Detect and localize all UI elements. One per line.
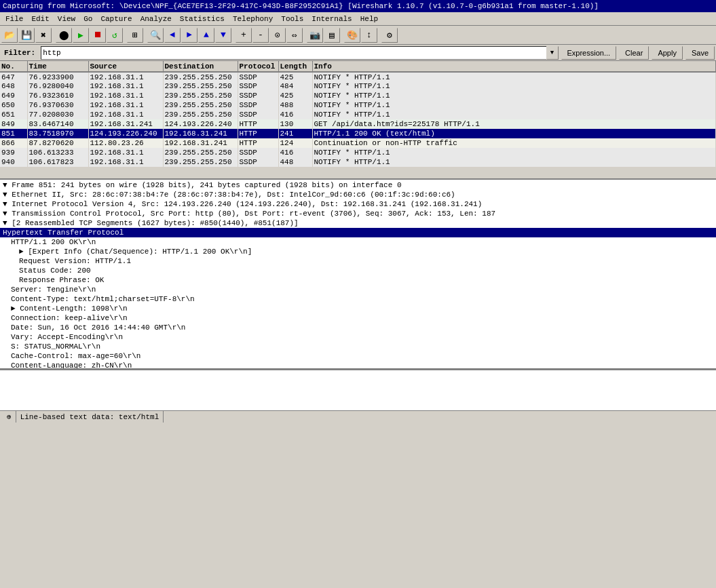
toolbar-prefs-button[interactable]: ⚙ (381, 28, 398, 43)
table-cell: SSDP (238, 91, 278, 100)
menu-item-internals[interactable]: Internals (307, 14, 356, 24)
filter-label: Filter: (1, 49, 38, 57)
menu-item-analyze[interactable]: Analyze (136, 14, 176, 24)
table-row[interactable]: 86687.8270620112.80.23.26192.168.31.241H… (0, 138, 716, 148)
col-time: Time (27, 61, 88, 72)
filter-dropdown-button[interactable]: ▼ (546, 46, 559, 60)
table-cell: SSDP (238, 148, 278, 157)
table-cell: 648 (0, 81, 27, 91)
detail-row: Cache-Control: max-age=60\r\n (0, 351, 716, 361)
table-cell: NOTIFY * HTTP/1.1 (312, 148, 716, 157)
status-bar: ⊕ Line-based text data: text/html (0, 410, 716, 423)
table-cell: 425 (278, 91, 312, 100)
toolbar-save-button[interactable]: 💾 (18, 28, 35, 43)
menu-item-help[interactable]: Help (356, 14, 382, 24)
table-cell: 448 (278, 157, 312, 167)
apply-button[interactable]: Apply (652, 46, 683, 60)
table-row[interactable]: 939106.613233192.168.31.1239.255.255.250… (0, 148, 716, 157)
filter-input[interactable] (41, 46, 558, 60)
packet-table-wrap[interactable]: No. Time Source Destination Protocol Len… (0, 61, 716, 180)
table-cell: 484 (278, 81, 312, 91)
toolbar-last-pkt-button[interactable]: ▼ (215, 28, 231, 43)
table-cell: SSDP (238, 100, 278, 110)
table-cell: 239.255.255.250 (163, 100, 238, 110)
table-header-row: No. Time Source Destination Protocol Len… (0, 61, 716, 72)
detail-row[interactable]: ▼ Ethernet II, Src: 28:6c:07:38:b4:7e (2… (0, 190, 716, 199)
toolbar-zoom-fit-button[interactable]: ⇔ (286, 28, 303, 43)
table-row[interactable]: 64776.9233900192.168.31.1239.255.255.250… (0, 72, 716, 81)
table-row[interactable]: 65076.9370630192.168.31.1239.255.255.250… (0, 100, 716, 110)
toolbar-next-pkt-button[interactable]: ► (181, 28, 197, 43)
menu-item-tools[interactable]: Tools (277, 14, 307, 24)
toolbar-prev-pkt-button[interactable]: ◄ (164, 28, 181, 43)
detail-row: Request Version: HTTP/1.1 (0, 256, 716, 266)
toolbar-close-button[interactable]: ✖ (35, 28, 52, 43)
toolbar-start-button[interactable]: ▶ (73, 28, 89, 43)
table-row[interactable]: 64876.9280040192.168.31.1239.255.255.250… (0, 81, 716, 91)
table-cell: 239.255.255.250 (163, 81, 238, 91)
table-cell: 192.168.31.1 (88, 157, 163, 167)
toolbar-open-button[interactable]: 📂 (1, 28, 18, 43)
menu-item-statistics[interactable]: Statistics (176, 14, 229, 24)
toolbar-zoom-norm-button[interactable]: ⊙ (269, 28, 286, 43)
detail-row: Vary: Accept-Encoding\r\n (0, 332, 716, 342)
menu-item-view[interactable]: View (54, 14, 79, 24)
toolbar-screenshot-button[interactable]: 📷 (307, 28, 323, 43)
col-no: No. (0, 61, 27, 72)
table-cell: HTTP (238, 119, 278, 129)
table-cell: 192.168.31.241 (163, 138, 238, 148)
table-cell: 488 (278, 100, 312, 110)
packet-details[interactable]: ▼ Frame 851: 241 bytes on wire (1928 bit… (0, 180, 716, 370)
filter-input-wrap: ▼ (41, 46, 558, 60)
table-row[interactable]: 84983.6467140192.168.31.241124.193.226.2… (0, 119, 716, 129)
detail-row[interactable]: ► [Expert Info (Chat/Sequence): HTTP/1.1… (0, 247, 716, 256)
toolbar-cap-options-button[interactable]: ⬤ (56, 28, 72, 43)
table-row[interactable]: 65177.0208030192.168.31.1239.255.255.250… (0, 110, 716, 119)
col-length: Length (278, 61, 312, 72)
table-cell: HTTP/1.1 200 OK (text/html) (312, 129, 716, 138)
expression-button[interactable]: Expression... (561, 46, 617, 60)
clear-button[interactable]: Clear (619, 46, 649, 60)
toolbar-find-pkt-button[interactable]: 🔍 (147, 28, 164, 43)
toolbar-annotate-button[interactable]: ▤ (324, 28, 340, 43)
save-button[interactable]: Save (685, 46, 715, 60)
table-cell: 76.9233900 (27, 72, 88, 81)
menu-item-file[interactable]: File (1, 14, 27, 24)
status-text-section: Line-based text data: text/html (16, 411, 164, 423)
table-row[interactable]: 64976.9323610192.168.31.1239.255.255.250… (0, 91, 716, 100)
toolbar-zoom-in-button[interactable]: + (235, 28, 252, 43)
detail-row[interactable]: ► Content-Length: 1098\r\n (0, 304, 716, 313)
table-cell: 124 (278, 138, 312, 148)
table-row[interactable]: 85183.7518970124.193.226.240192.168.31.2… (0, 129, 716, 138)
toolbar-first-pkt-button[interactable]: ▲ (198, 28, 214, 43)
menu-item-go[interactable]: Go (79, 14, 96, 24)
detail-row: Server: Tengine\r\n (0, 285, 716, 294)
detail-row[interactable]: ▼ Internet Protocol Version 4, Src: 124.… (0, 199, 716, 209)
table-cell: GET /api/data.htm?ids=225178 HTTP/1.1 (312, 119, 716, 129)
toolbar-zoom-out-button[interactable]: - (252, 28, 269, 43)
col-destination: Destination (163, 61, 238, 72)
toolbar-stop-button[interactable]: ⏹ (90, 28, 106, 43)
table-cell: 112.80.23.26 (88, 138, 163, 148)
table-cell: SSDP (238, 110, 278, 119)
table-cell: 130 (278, 119, 312, 129)
menu-item-telephony[interactable]: Telephony (229, 14, 277, 24)
table-cell: 192.168.31.1 (88, 100, 163, 110)
toolbar-colorize-button[interactable]: 🎨 (344, 28, 360, 43)
detail-row: Content-Language: zh-CN\r\n (0, 361, 716, 370)
table-cell: 239.255.255.250 (163, 91, 238, 100)
menu-item-edit[interactable]: Edit (27, 14, 53, 24)
toolbar-cap-filters-button[interactable]: ⊞ (127, 28, 143, 43)
table-cell: 124.193.226.240 (163, 119, 238, 129)
detail-row[interactable]: ▼ Frame 851: 241 bytes on wire (1928 bit… (0, 180, 716, 190)
toolbar-restart-button[interactable]: ↺ (107, 28, 123, 43)
table-row[interactable]: 940106.617823192.168.31.1239.255.255.250… (0, 157, 716, 167)
menu-item-capture[interactable]: Capture (96, 14, 136, 24)
status-section-expand: ⊕ (3, 411, 16, 423)
table-cell: 866 (0, 138, 27, 148)
detail-row[interactable]: ▼ Transmission Control Protocol, Src Por… (0, 209, 716, 218)
detail-row[interactable]: ▼ [2 Reassembled TCP Segments (1627 byte… (0, 218, 716, 228)
table-cell: 239.255.255.250 (163, 157, 238, 167)
packet-tbody: 64776.9233900192.168.31.1239.255.255.250… (0, 72, 716, 167)
toolbar-autoscroll-button[interactable]: ↕ (361, 28, 377, 43)
